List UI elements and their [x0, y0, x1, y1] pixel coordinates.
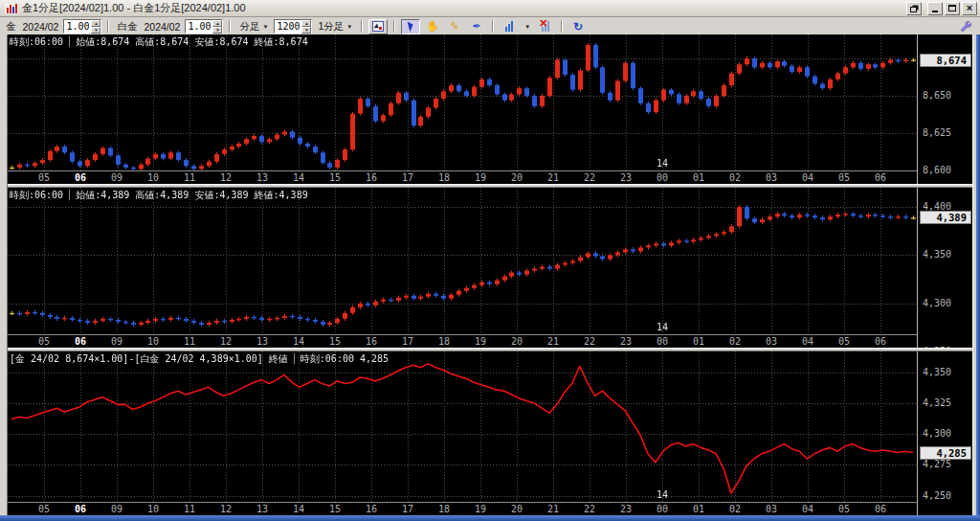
platinum-multiplier-down-button[interactable]: ▼	[212, 27, 222, 34]
gold-chart-panel: 時刻:06:00始値:8,674 高値:8,674 安値:8,674 終値:8,…	[8, 34, 972, 184]
time-axis-label: 04	[802, 172, 813, 183]
spread-info-line: [金 24/02 8,674×1.00]-[白金 24/02 4,389×1.0…	[10, 352, 389, 366]
indicator-dropdown-arrow[interactable]: ▼	[522, 23, 533, 31]
time-axis-label: 11	[184, 172, 195, 183]
close-button[interactable]: ×	[962, 2, 977, 15]
time-axis-label: 06	[875, 336, 886, 347]
spread-price-axis: 4,285 4,3504,3254,3004,2754,250	[917, 351, 972, 515]
spread-info-formula: [金 24/02 8,674×1.00]-[白金 24/02 4,389×1.0…	[10, 353, 295, 364]
platinum-time-axis: 0506091011121314151617181920212223000102…	[8, 334, 917, 348]
platinum-info-time: 時刻:06:00	[10, 190, 70, 200]
time-axis-label: 09	[111, 504, 122, 514]
time-axis-label: 05	[38, 504, 50, 514]
minimize-button[interactable]	[927, 2, 943, 15]
toolbar-separator	[229, 20, 231, 33]
titlebar: 金1分足[2024/02]1.00 - 白金1分足[2024/02]1.00 ×	[0, 0, 980, 17]
bar-count-down-button[interactable]: ▼	[301, 27, 311, 34]
time-axis-label: 22	[584, 172, 595, 183]
draw-tool-button[interactable]: ✒	[467, 19, 486, 34]
spread-chart-canvas[interactable]	[8, 351, 917, 502]
time-axis-label: 06	[75, 336, 86, 347]
price-axis-label: 4,300	[923, 298, 951, 308]
time-axis-label: 03	[766, 336, 777, 347]
time-axis-label: 05	[38, 336, 50, 347]
platinum-info-ohlc: 始値:4,389 高値:4,389 安値:4,389 終値:4,389	[76, 190, 308, 200]
time-axis-label: 19	[475, 504, 486, 514]
time-axis-label: 20	[511, 336, 523, 347]
pan-mode-button[interactable]: ✋	[423, 19, 442, 34]
time-axis-label: 22	[584, 336, 595, 347]
platinum-last-price-box: 4,389	[920, 211, 971, 224]
platinum-info-line: 時刻:06:00始値:4,389 高値:4,389 安値:4,389 終値:4,…	[10, 189, 308, 202]
select-mode-button[interactable]	[401, 19, 420, 34]
time-axis-label: 00	[657, 504, 668, 514]
time-axis-label: 03	[766, 504, 777, 514]
bottom-window-border	[0, 515, 980, 521]
wrench-icon	[961, 21, 972, 33]
bar-count-stepper[interactable]: ▲▼	[274, 19, 312, 34]
time-axis-label: 16	[366, 504, 377, 514]
settings-button[interactable]	[957, 19, 976, 34]
time-axis-label: 04	[802, 336, 813, 347]
platinum-symbol-label: 白金	[117, 20, 137, 34]
time-axis-label: 23	[620, 336, 632, 347]
time-axis-label: 18	[438, 504, 450, 514]
quill-pen-icon: ✒	[473, 20, 481, 33]
chart-type-dropdown[interactable]: 分足 ▼	[236, 19, 271, 34]
remove-indicator-button[interactable]: ✕	[536, 19, 555, 34]
gold-chart-canvas[interactable]	[8, 34, 917, 170]
time-axis-label: 10	[147, 172, 159, 183]
draw-line-button[interactable]: ✎	[445, 19, 464, 34]
time-axis-label: 01	[693, 336, 704, 347]
gold-multiplier-input[interactable]	[64, 20, 91, 33]
time-axis-label: 16	[366, 172, 377, 183]
interval-dropdown[interactable]: 1分足 ▼	[315, 19, 355, 34]
gold-multiplier-up-button[interactable]: ▲	[91, 20, 100, 27]
chevron-down-icon: ▼	[346, 24, 352, 30]
spread-info-value: 時刻:06:00 4,285	[301, 353, 389, 364]
gold-multiplier-stepper[interactable]: ▲▼	[63, 19, 101, 34]
time-axis-label: 16	[366, 336, 377, 347]
bar-count-input[interactable]	[275, 20, 301, 33]
price-axis-label: 4,350	[923, 249, 951, 260]
gold-last-price-box: 8,674	[920, 54, 971, 67]
date-marker: 14	[657, 489, 668, 500]
time-axis-label: 12	[220, 504, 232, 514]
platinum-chart-canvas[interactable]	[8, 188, 917, 334]
trading-chart-window: 金1分足[2024/02]1.00 - 白金1分足[2024/02]1.00 ×…	[0, 0, 980, 521]
platinum-multiplier-stepper[interactable]: ▲▼	[185, 19, 223, 34]
indicator-button[interactable]	[500, 19, 519, 34]
platinum-multiplier-up-button[interactable]: ▲	[212, 20, 222, 27]
time-axis-label: 15	[329, 336, 341, 347]
crosshair-mode-button[interactable]	[368, 19, 388, 34]
float-window-button[interactable]	[906, 2, 922, 15]
time-axis-label: 21	[547, 504, 559, 514]
time-axis-label: 17	[402, 336, 413, 347]
panel-separator[interactable]	[8, 184, 972, 188]
time-axis-label: 22	[584, 504, 595, 514]
bar-count-up-button[interactable]: ▲	[301, 20, 311, 27]
gold-multiplier-down-button[interactable]: ▼	[91, 27, 100, 34]
time-axis-label: 05	[38, 172, 50, 183]
select-arrow-icon	[407, 21, 414, 33]
toolbar-separator	[107, 20, 109, 33]
panel-separator[interactable]	[8, 348, 972, 351]
refresh-button[interactable]: ↻	[568, 19, 588, 34]
time-axis-label: 20	[511, 172, 523, 183]
platinum-multiplier-input[interactable]	[186, 20, 212, 33]
time-axis-label: 20	[511, 504, 523, 514]
time-axis-label: 19	[475, 336, 486, 347]
red-x-icon: ✕	[539, 17, 547, 30]
time-axis-label: 06	[875, 172, 886, 183]
time-axis-label: 19	[475, 172, 486, 183]
time-axis-label: 17	[402, 172, 413, 183]
toolbar: 金 2024/02 ▲▼ 白金 2024/02 ▲▼ 分足 ▼ ▲▼ 1分足 ▼	[0, 18, 980, 34]
time-axis-label: 15	[329, 504, 341, 514]
maximize-button[interactable]	[945, 2, 960, 15]
price-axis-label: 4,300	[923, 428, 951, 439]
time-axis-label: 13	[256, 172, 268, 183]
chart-area: 時刻:06:00始値:8,674 高値:8,674 安値:8,674 終値:8,…	[0, 34, 980, 515]
time-axis-label: 18	[438, 336, 450, 347]
price-axis-label: 8,625	[923, 127, 951, 138]
price-axis-label: 8,600	[923, 165, 951, 175]
